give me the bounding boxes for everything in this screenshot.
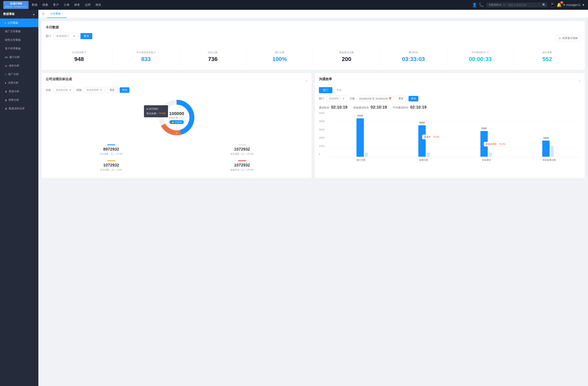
target-query-btn[interactable]: 查询 [120,87,129,93]
stat-revisit: 回访人数 736 [179,48,246,66]
search-type-select[interactable]: 手机号码 [488,3,502,6]
search-input[interactable] [508,3,541,6]
bar-blue-dial [357,118,364,157]
avg-duration-help-icon[interactable]: ⓘ [486,51,489,54]
eff-effective-label: 有效通话时长 [353,106,369,109]
sidebar-item-account-manager[interactable]: 客户经理看板 [0,44,38,53]
nav-data[interactable]: 数据 [32,2,38,8]
content-area: 今日数据 部门 请选择部门 ▼ 查询 ⊙ 设置显示指标 今日首咨客户 [38,18,588,386]
channel-icon: ⊕ [5,90,7,93]
bar-red-exceeded [238,160,246,161]
period-select[interactable]: 请选择周期 ▼ [84,87,105,93]
eff-query-btn[interactable]: 查询 [409,96,418,101]
y-label-30000: 30000 [319,129,329,131]
stat-label: 拨打次数 [248,51,312,54]
logo-box: 云朵CRM 教育机构一站式服务云平台 [3,1,29,9]
nav-finance[interactable]: 财务 [74,2,80,8]
svg-point-3 [176,132,178,134]
tab-personal[interactable]: 个人 [332,87,346,93]
date-from: 2018/01/08 [359,97,371,100]
stat-deals: 成交单数 552 [514,48,581,66]
stat-value: 736 [181,56,245,62]
stat-label: 成交单数 [516,51,579,54]
eff-avg-val: 02:10:19 [410,105,426,109]
date-separator: 至 [372,97,375,100]
two-col-section: 公司业绩目标达成 ⤢ 目标 请选择目标 ▼ 周期 请选择周期 ▼ 重置 查询 [42,73,585,181]
sidebar-header: 数据看板 ▲ [0,10,38,19]
nav-register[interactable]: 报名 [96,2,101,8]
nav-leads[interactable]: 线索 [42,2,48,8]
user-dropdown-icon[interactable]: ▼ [582,3,585,6]
dept-select[interactable]: 请选择部门 ▼ [54,33,78,39]
stat-label: 今日首咨客户 [47,51,111,54]
target-reset-btn[interactable]: 重置 [107,87,117,93]
date-range[interactable]: 2018/01/08 至 2018/01/08 📅 [357,96,393,101]
dept-dropdown-icon: ▼ [73,35,75,38]
sidebar-item-channel[interactable]: ⊕ 渠道分析 [0,87,38,96]
target-stat-num: 8972932 [48,147,174,152]
profile-icon[interactable]: 👤 [472,2,477,7]
donut-center: 100000 目标总量（元） 👍 已达成 [169,111,185,124]
tab-bar: ☰ 公司看板 × [38,10,588,18]
sidebar-item-cost[interactable]: ◎ 成本分析 [0,61,38,70]
eff-dept-label: 部门 [319,97,324,101]
target-stats-grid: 8972932 已完成量（元）| 70.9% 1072932 未完成量（元）| … [46,142,308,174]
top-nav: 云朵CRM 教育机构一站式服务云平台 数据 线索 客户 公海 财务 运营 报名 … [0,0,588,10]
dept-placeholder: 请选择部门 [56,34,69,38]
search-bar: 手机号码 ▼ 🔍 [486,2,547,7]
efficiency-expand-icon[interactable]: ⤢ [579,79,581,82]
cost-icon: ◎ [5,64,7,67]
nav-items: 数据 线索 客户 公海 财务 运营 报名 [32,2,472,8]
stat-value: 200 [315,56,378,62]
target-select[interactable]: 请选择目标 ▼ [54,87,74,93]
eff-reset-btn[interactable]: 重置 [396,96,406,102]
nav-customers[interactable]: 客户 [53,2,59,8]
tab-close-icon[interactable]: × [62,12,63,15]
donut-center-label: 目标总量（元） [169,116,185,119]
sidebar-item-sales-manager[interactable]: 销售主管看板 [0,36,38,44]
search-icon[interactable]: 🔍 [542,3,546,6]
main-content: ☰ 公司看板 × 今日数据 部门 请选择部门 ▼ 查询 ⊙ [38,10,588,386]
tab-dept[interactable]: 部门 [319,87,332,93]
y-label-40000: 40000 [319,120,329,122]
bar-group-effective-connect: 18000 [517,141,579,157]
expand-icon[interactable]: ⤢ [305,79,308,82]
eff-stats-row: 通话时长 02:10:19 有效通话时长 02:10:19 平均通话时长 02:… [319,105,581,110]
tablet-icon[interactable]: 📱 [550,2,555,7]
dept-label: 部门 [46,34,51,38]
sidebar-item-company-board[interactable]: ▪ 公司看板 [0,19,38,27]
sidebar-item-sales-analysis[interactable]: ◈ 销售分析 [0,96,38,104]
today-query-btn[interactable]: 查询 [81,33,92,39]
visitor-icon: ♦ [5,81,6,84]
donut-chart: ● 1072932 所占比例：70.9% [156,97,197,138]
tab-company-board[interactable]: 公司看板 × [47,10,66,18]
sidebar-item-funnel[interactable]: ⋈ 漏斗分析 [0,53,38,61]
eff-date-label: 日期 [350,97,355,101]
sidebar-toggle-icon[interactable]: ☰ [42,12,44,16]
stat-value: 552 [516,56,579,62]
sidebar-item-promo-manager[interactable]: 推广主管看板 [0,27,38,36]
nav-public[interactable]: 公海 [64,2,69,8]
nav-operations[interactable]: 运营 [85,2,91,8]
sidebar-title: 数据看板 [3,12,15,16]
sidebar-expand-icon[interactable]: ▲ [32,12,35,16]
stat-first-consult: 今日首咨客户 948 [46,48,113,66]
eff-dept-placeholder: 请选择部门 [329,97,341,100]
bar-label-18000: 18000 [543,137,549,139]
sidebar-item-visitor[interactable]: ♦ 访客分析 [0,78,38,87]
user-info[interactable]: manager11 ▼ [563,3,585,6]
bar-group-dial: 43000 [331,118,393,157]
sidebar-item-promo-analysis[interactable]: □ 推广分析 [0,70,38,78]
notification-icon[interactable]: 🔔 5 [557,2,562,7]
settings-btn[interactable]: ⊙ 设置显示指标 [556,35,581,41]
eff-dept-select[interactable]: 请选择部门 ▼ [327,96,347,102]
stat-avg-duration: 平均通话时长ⓘ 00:00:33 [447,48,514,66]
sales-icon: ◈ [5,98,7,102]
stats-grid: 今日首咨客户 948 今日有效首咨客户 833 回访人数 736 拨打次数 10… [46,48,581,66]
calendar-icon[interactable]: 📅 [389,97,392,100]
phone-icon[interactable]: 📞 [479,2,484,7]
today-data-title: 今日数据 [46,25,581,30]
sidebar-item-data-flow[interactable]: ⊞ 数据流转记录 [0,104,38,113]
target-label: 目标 [46,88,51,92]
stat-value: 03:33:03 [382,56,445,62]
